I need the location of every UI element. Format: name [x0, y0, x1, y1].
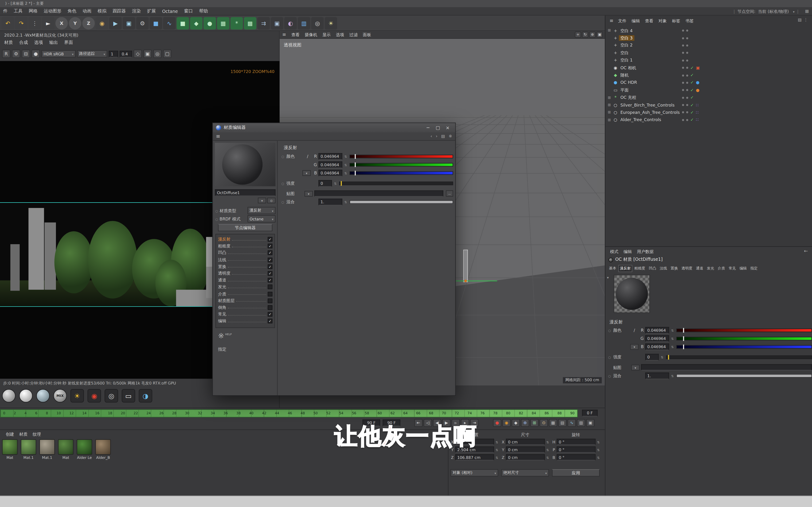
coordinate-field[interactable]: 0 cm [506, 454, 545, 460]
menu-item[interactable]: 工具 [11, 8, 26, 14]
spline-pen-icon[interactable]: ∿ [163, 17, 175, 30]
viewport-menu-item[interactable]: 显示 [320, 32, 333, 38]
visibility-dot-icon[interactable] [682, 59, 684, 61]
value-type-dropdown[interactable]: ▾ [302, 170, 311, 176]
channel-row[interactable]: 材质图层 [218, 297, 272, 304]
zoom-icon[interactable]: ⊕ [589, 32, 595, 38]
channel-checkbox[interactable]: ✓ [268, 251, 272, 256]
purple-tag-icon[interactable]: ∷ [696, 118, 699, 122]
enabled-check-icon[interactable]: ✓ [690, 88, 694, 93]
object-manager-menu-item[interactable]: 文件 [616, 18, 629, 23]
tab-发光[interactable]: 发光 [705, 265, 716, 272]
stepper-icon[interactable]: ⇅ [671, 345, 674, 348]
slider-handle[interactable] [668, 355, 669, 359]
screen-grid-icon[interactable]: ▥ [298, 17, 310, 30]
axis-origin[interactable] [464, 280, 467, 282]
texture-field[interactable] [641, 364, 812, 371]
channel-checkbox[interactable]: ✓ [268, 319, 272, 324]
visibility-dot-icon[interactable] [682, 82, 684, 84]
slider-handle[interactable] [683, 336, 684, 341]
menu-item[interactable]: 角色 [64, 8, 80, 14]
object-row[interactable]: +空白 1 [606, 57, 811, 64]
maximize-button[interactable]: ▢ [434, 124, 442, 131]
object-label[interactable]: 空白 [619, 50, 630, 56]
pin-icon[interactable]: ※ [449, 134, 452, 139]
object-row[interactable]: ▭平面✓● [606, 87, 811, 94]
select-tool-icon[interactable]: ► [42, 17, 54, 30]
reset-dot-icon[interactable]: ○ [215, 217, 218, 221]
render-view-icon[interactable]: ▶ [109, 17, 122, 30]
object-row[interactable]: ◉OC 相机✓▣ [606, 64, 811, 72]
close-button[interactable]: × [443, 124, 452, 131]
blue-tag-icon[interactable]: ● [696, 80, 700, 85]
channel-row[interactable]: 凹凸✓ [218, 249, 272, 256]
size-mode-select[interactable]: 绝对尺寸 ▾ [501, 469, 549, 476]
menu-item[interactable]: 跟踪器 [109, 8, 129, 14]
reset-dot-icon[interactable]: ○ [607, 355, 612, 359]
material-editor-titlebar[interactable]: 材质编辑器 ─▢× [213, 123, 455, 133]
menu-item[interactable]: 运动图形 [41, 8, 64, 14]
coordinate-field[interactable]: 0 ° [557, 454, 595, 460]
octane-aperture-icon[interactable]: ◎ [105, 389, 118, 402]
channel-checkbox[interactable]: ✓ [268, 258, 272, 262]
expander-icon[interactable]: ⊞ [606, 111, 612, 115]
tab-基本[interactable]: 基本 [607, 265, 618, 272]
object-row[interactable]: +空白 [606, 49, 811, 57]
visibility-dot-icon[interactable] [682, 37, 684, 39]
object-manager-menu-item[interactable]: 书签 [683, 18, 696, 23]
enabled-check-icon[interactable]: ✓ [690, 65, 694, 70]
texture-browse-button[interactable]: ‥ [446, 190, 453, 196]
viewport-camera-label[interactable]: 透视视图 [284, 43, 301, 49]
octane-camera-icon[interactable]: ◉ [87, 389, 101, 402]
menu-item[interactable]: Octane [159, 9, 181, 14]
menu-icon[interactable]: ≡ [216, 133, 220, 139]
power-slider[interactable] [339, 181, 453, 185]
tab-编辑[interactable]: 编辑 [738, 265, 748, 272]
menu-item[interactable]: 件 [0, 8, 11, 14]
octane-vdb-icon[interactable]: ▩ [244, 17, 256, 30]
exposure-field[interactable]: 0.4 [119, 50, 132, 57]
g-slider[interactable] [676, 337, 812, 340]
channel-row[interactable]: 发光 [218, 284, 272, 291]
viewport-menu-item[interactable]: 面板 [360, 32, 373, 38]
object-label[interactable]: Silver_Birch_Tree_Controls [619, 103, 676, 108]
object-row[interactable]: ⊞+空白 4 [606, 27, 811, 35]
menu-item[interactable]: 窗口 [181, 8, 196, 14]
object-label[interactable]: 随机 [619, 72, 630, 78]
mix-field[interactable]: 1. [319, 199, 342, 205]
camera-icon[interactable]: ◎ [153, 50, 161, 58]
stepper-icon[interactable]: ⇅ [671, 374, 674, 377]
channel-checkbox[interactable]: ✓ [268, 244, 272, 248]
viewport-menu-item[interactable]: 查看 [289, 32, 302, 38]
orbit-icon[interactable]: ↻ [582, 32, 588, 38]
octane-plane-icon[interactable]: ▭ [122, 389, 135, 402]
channel-checkbox[interactable] [268, 298, 272, 303]
menu-item[interactable]: 渲染 [129, 8, 144, 14]
b-slider[interactable] [676, 345, 812, 348]
octane-mix-material-icon[interactable]: MIX [53, 389, 67, 402]
purple-tag-icon[interactable]: ∷ [696, 103, 699, 108]
menu-icon[interactable]: ≡ [280, 32, 289, 37]
visibility-dot-icon[interactable] [686, 119, 688, 121]
octane-object-icon[interactable]: ■ [177, 17, 189, 30]
visibility-dot-icon[interactable] [686, 67, 688, 69]
expander-icon[interactable]: ⊞ [606, 96, 612, 100]
attribute-menu-item[interactable]: 用户数据 [635, 248, 656, 254]
visibility-dot-icon[interactable] [682, 74, 684, 76]
object-label[interactable]: 空白 1 [619, 58, 634, 63]
channel-checkbox[interactable]: ✓ [268, 271, 272, 276]
menu-icon[interactable]: ≡ [607, 18, 615, 23]
visibility-dot-icon[interactable] [686, 111, 688, 114]
channel-row[interactable]: 漫反射✓ [218, 236, 272, 243]
colorspace-select[interactable]: HDR sRGB▾ [41, 50, 75, 58]
object-row[interactable]: +空白 2 [606, 42, 811, 49]
slider-handle[interactable] [355, 154, 356, 159]
material-ball-icon[interactable]: ● [32, 50, 40, 58]
enabled-check-icon[interactable]: ✓ [690, 110, 694, 115]
visibility-dot-icon[interactable] [686, 37, 688, 39]
channel-checkbox[interactable]: ✓ [268, 312, 272, 317]
pan-icon[interactable]: + [575, 32, 581, 38]
slider-handle[interactable] [355, 162, 356, 167]
object-label[interactable]: European_Ash_Tree_Controls [619, 110, 681, 115]
undo-icon[interactable]: ↶ [2, 17, 14, 30]
